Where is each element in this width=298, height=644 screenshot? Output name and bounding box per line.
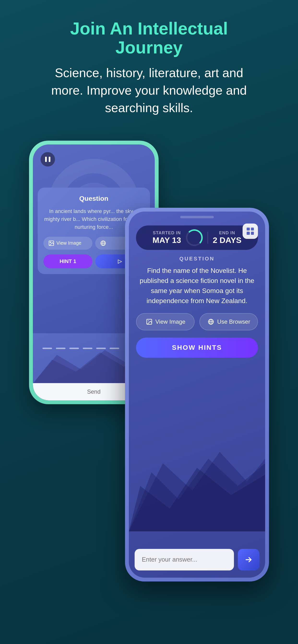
front-phone-inner: STARTED IN MAY 13 END IN 2 DAYS QUESTION… [129, 212, 265, 578]
svg-point-11 [148, 320, 149, 321]
send-button[interactable] [238, 549, 259, 570]
svg-marker-7 [129, 452, 265, 531]
phones-container: Question In ancient lands where pyr... t… [29, 141, 269, 596]
image-icon [145, 318, 153, 326]
phone-notch [180, 216, 214, 218]
question-text: Find the name of the Novelist. He publis… [129, 266, 265, 306]
end-label: END IN [219, 230, 235, 236]
answer-row [129, 549, 265, 570]
end-section: END IN 2 DAYS [213, 230, 242, 245]
started-label: STARTED IN [153, 230, 181, 236]
started-section: STARTED IN MAY 13 [153, 230, 181, 245]
front-phone: STARTED IN MAY 13 END IN 2 DAYS QUESTION… [125, 208, 269, 582]
action-buttons: View Image Use Browser [129, 313, 265, 330]
show-hints-button[interactable]: SHOW HINTS [136, 338, 258, 358]
svg-point-1 [50, 242, 51, 242]
date-divider [208, 232, 208, 244]
use-browser-button[interactable]: Use Browser [199, 313, 258, 330]
back-view-image-button[interactable]: View Image [43, 237, 92, 250]
view-image-button[interactable]: View Image [136, 313, 195, 330]
back-question-title: Question [43, 195, 144, 202]
end-value: 2 DAYS [213, 236, 242, 245]
grid-icon-button[interactable] [243, 224, 258, 239]
pause-icon [45, 157, 50, 162]
question-section-label: QUESTION [136, 256, 258, 262]
front-mountain-svg [129, 415, 265, 534]
started-value: MAY 13 [153, 236, 181, 245]
pause-button[interactable] [41, 152, 55, 166]
header-subtitle: Science, history, literature, art and mo… [41, 64, 257, 116]
send-icon [244, 555, 253, 564]
answer-input[interactable] [135, 549, 234, 570]
svg-marker-8 [129, 458, 265, 531]
header: Join An Intellectual Journey Science, hi… [41, 19, 257, 117]
globe-icon [100, 240, 106, 246]
spinner [186, 229, 203, 246]
spinner-ring [186, 229, 203, 246]
grid-icon [247, 228, 254, 235]
svg-marker-9 [129, 468, 265, 531]
page-title: Join An Intellectual Journey [41, 19, 257, 57]
image-icon [48, 240, 54, 246]
date-banner: STARTED IN MAY 13 END IN 2 DAYS [136, 226, 258, 250]
front-bg-decoration [129, 415, 265, 534]
globe-icon [207, 318, 215, 326]
notch-area [129, 212, 265, 221]
hint-button[interactable]: HINT 1 [43, 254, 92, 268]
